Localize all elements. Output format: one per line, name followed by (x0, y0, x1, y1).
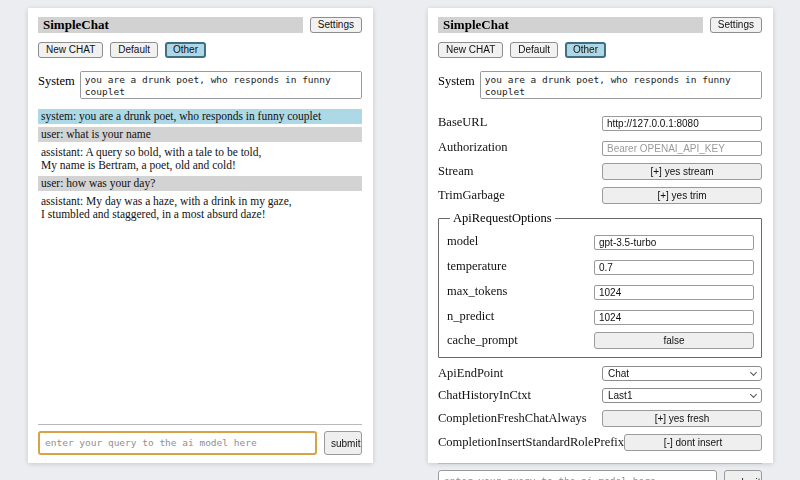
api-request-options-legend: ApiRequestOptions (450, 211, 555, 226)
stream-label: Stream (438, 164, 602, 179)
new-chat-button[interactable]: New CHAT (438, 42, 503, 58)
model-input[interactable] (594, 235, 754, 250)
n-predict-label: n_predict (447, 309, 594, 324)
setting-row-model: model (447, 232, 754, 250)
session-tab-other[interactable]: Other (165, 42, 206, 58)
app-title: SimpleChat (38, 17, 303, 33)
settings-panel: SimpleChat Settings New CHAT Default Oth… (428, 8, 773, 463)
settings-list: BaseURL Authorization Stream [+] yes str… (438, 113, 762, 458)
api-endpoint-select[interactable]: Chat (602, 366, 762, 381)
system-prompt-row: System you are a drunk poet, who respond… (38, 71, 362, 99)
model-label: model (447, 234, 594, 249)
trimgarbage-label: TrimGarbage (438, 188, 602, 203)
max-tokens-label: max_tokens (447, 284, 594, 299)
setting-row-trimgarbage: TrimGarbage [+] yes trim (438, 187, 762, 204)
divider (438, 463, 762, 464)
chat-message-system: system: you are a drunk poet, who respon… (38, 109, 362, 124)
trimgarbage-toggle-button[interactable]: [+] yes trim (602, 187, 762, 204)
chevron-down-icon (750, 368, 757, 375)
chat-message-assistant: assistant: My day was a haze, with a dri… (38, 194, 362, 222)
query-row: submit (438, 470, 762, 480)
chat-history-selected-value: Last1 (608, 390, 632, 401)
temperature-input[interactable] (594, 260, 754, 275)
setting-row-baseurl: BaseURL (438, 113, 762, 131)
setting-row-n-predict: n_predict (447, 307, 754, 325)
setting-row-stream: Stream [+] yes stream (438, 163, 762, 180)
chat-history-in-ctxt-select[interactable]: Last1 (602, 388, 762, 403)
max-tokens-input[interactable] (594, 285, 754, 300)
temperature-label: temperature (447, 259, 594, 274)
session-tab-default[interactable]: Default (110, 42, 158, 58)
cache-prompt-label: cache_prompt (447, 333, 594, 348)
new-chat-button[interactable]: New CHAT (38, 42, 103, 58)
chat-message-user: user: what is your name (38, 127, 362, 142)
session-toolbar: New CHAT Default Other (438, 42, 762, 58)
divider (38, 424, 362, 425)
chat-panel: SimpleChat Settings New CHAT Default Oth… (28, 8, 373, 463)
api-request-options-fieldset: ApiRequestOptions model temperature max_… (438, 211, 762, 358)
authorization-label: Authorization (438, 140, 602, 155)
chat-message-list: system: you are a drunk poet, who respon… (38, 109, 362, 419)
query-input[interactable] (438, 470, 717, 480)
completion-insert-role-prefix-label: CompletionInsertStandardRolePrefix (438, 435, 624, 450)
setting-row-cache-prompt: cache_prompt false (447, 332, 754, 349)
submit-button[interactable]: submit (324, 431, 362, 455)
system-prompt-row: System you are a drunk poet, who respond… (438, 71, 762, 99)
setting-row-completion-insert-role-prefix: CompletionInsertStandardRolePrefix [-] d… (438, 434, 762, 451)
setting-row-chat-history-in-ctxt: ChatHistoryInCtxt Last1 (438, 388, 762, 403)
setting-row-max-tokens: max_tokens (447, 282, 754, 300)
api-endpoint-selected-value: Chat (608, 368, 629, 379)
chat-history-in-ctxt-label: ChatHistoryInCtxt (438, 388, 602, 403)
header: SimpleChat Settings (38, 17, 362, 33)
query-input[interactable] (38, 431, 317, 455)
setting-row-authorization: Authorization (438, 138, 762, 156)
completion-insert-role-prefix-toggle-button[interactable]: [-] dont insert (624, 434, 762, 451)
authorization-input[interactable] (602, 141, 762, 156)
baseurl-label: BaseURL (438, 115, 602, 130)
system-prompt-input[interactable]: you are a drunk poet, who responds in fu… (480, 71, 762, 99)
settings-button[interactable]: Settings (710, 17, 762, 33)
header: SimpleChat Settings (438, 17, 762, 33)
completion-fresh-chat-label: CompletionFreshChatAlways (438, 411, 602, 426)
session-toolbar: New CHAT Default Other (38, 42, 362, 58)
api-endpoint-label: ApiEndPoint (438, 366, 602, 381)
chevron-down-icon (750, 390, 757, 397)
system-prompt-input[interactable]: you are a drunk poet, who responds in fu… (80, 71, 362, 99)
chat-message-assistant: assistant: A query so bold, with a tale … (38, 145, 362, 173)
baseurl-input[interactable] (602, 116, 762, 131)
settings-button[interactable]: Settings (310, 17, 362, 33)
cache-prompt-toggle-button[interactable]: false (594, 332, 754, 349)
app-title: SimpleChat (438, 17, 703, 33)
query-row: submit (38, 431, 362, 455)
setting-row-temperature: temperature (447, 257, 754, 275)
setting-row-completion-fresh-chat: CompletionFreshChatAlways [+] yes fresh (438, 410, 762, 427)
session-tab-other[interactable]: Other (565, 42, 606, 58)
session-tab-default[interactable]: Default (510, 42, 558, 58)
submit-button[interactable]: submit (724, 470, 762, 480)
stream-toggle-button[interactable]: [+] yes stream (602, 163, 762, 180)
system-label: System (438, 71, 475, 89)
completion-fresh-chat-toggle-button[interactable]: [+] yes fresh (602, 410, 762, 427)
system-label: System (38, 71, 75, 89)
stage: SimpleChat Settings New CHAT Default Oth… (0, 0, 800, 463)
n-predict-input[interactable] (594, 310, 754, 325)
chat-message-user: user: how was your day? (38, 176, 362, 191)
setting-row-api-endpoint: ApiEndPoint Chat (438, 366, 762, 381)
